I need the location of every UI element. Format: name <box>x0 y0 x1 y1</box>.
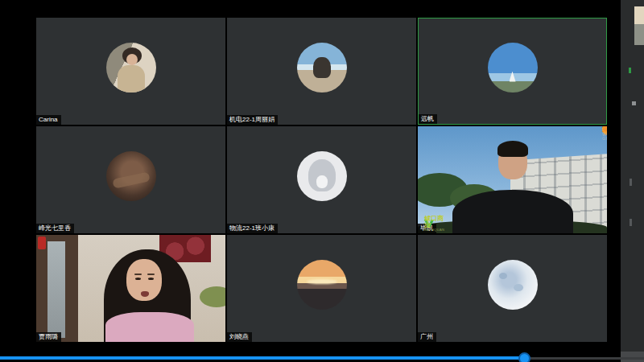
scroll-handle[interactable] <box>632 101 636 105</box>
progress-fill <box>0 356 525 360</box>
avatar <box>488 260 538 310</box>
participant-name-label: 峰光七里香 <box>36 224 74 233</box>
participant-name-label: 刘晓燕 <box>227 332 252 342</box>
participant-name-label: 物流22-1班小康 <box>227 224 278 233</box>
participant-tile[interactable]: 刘晓燕 <box>227 235 416 342</box>
avatar <box>106 151 156 201</box>
participant-tile[interactable]: 物流22-1班小康 <box>227 126 416 233</box>
avatar <box>106 43 156 93</box>
participant-tile[interactable]: Carina <box>36 18 225 125</box>
participant-name-label: 贾雨璐 <box>36 332 61 342</box>
participant-name-label: 远帆 <box>419 114 437 124</box>
participant-name-label: Carina <box>36 115 61 125</box>
list-marker <box>630 219 632 226</box>
participant-tile-video[interactable]: 贾雨璐 <box>36 235 225 342</box>
participant-tile[interactable]: 峰光七里香 <box>36 126 225 233</box>
participant-tile[interactable]: 机电22-1周丽娟 <box>227 18 416 125</box>
side-panel-strip[interactable] <box>621 0 644 362</box>
video-feed-woman <box>36 235 225 342</box>
participant-name-label: 广州 <box>418 332 436 342</box>
avatar <box>488 43 538 93</box>
progress-knob[interactable] <box>518 352 530 362</box>
participant-name-label: 机电22-1周丽娟 <box>227 115 278 125</box>
list-marker <box>630 179 632 186</box>
green-tick-mark <box>629 68 631 73</box>
participant-tile-video[interactable]: 沃德集团 WOD GROUP 鲅口商业 BAYUQUAN 毕凯 <box>418 126 607 233</box>
red-knot-decor <box>38 237 46 249</box>
participant-tile[interactable]: 广州 <box>418 235 607 342</box>
video-feed-man: 沃德集团 WOD GROUP 鲅口商业 BAYUQUAN <box>418 126 607 233</box>
avatar <box>297 151 347 201</box>
avatar <box>297 43 347 93</box>
player-progress-bar[interactable] <box>0 356 644 362</box>
participant-tile-active-speaker[interactable]: 远帆 <box>418 18 607 125</box>
avatar <box>297 260 347 310</box>
video-thumbnail-fragment <box>634 6 644 45</box>
